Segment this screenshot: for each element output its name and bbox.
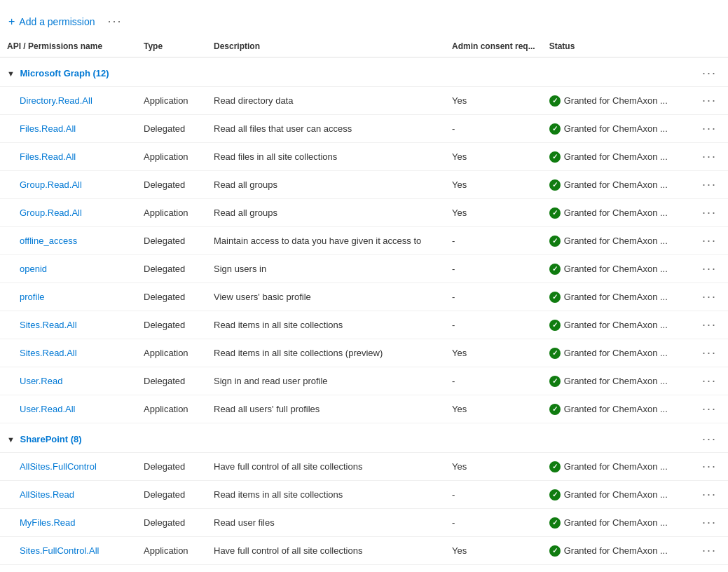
- permission-name-0-4[interactable]: Group.Read.All: [0, 199, 137, 227]
- permission-admin-consent-1-4: Yes: [445, 565, 542, 573]
- table-row: Sites.Read.All Application Read items in…: [0, 339, 728, 367]
- permission-link-0-2[interactable]: Files.Read.All: [20, 151, 76, 162]
- permission-link-0-7[interactable]: profile: [20, 292, 44, 302]
- permission-name-0-0[interactable]: Directory.Read.All: [0, 87, 137, 115]
- permission-ellipsis-button-0-5[interactable]: ···: [698, 232, 721, 250]
- permission-name-0-7[interactable]: profile: [0, 283, 137, 311]
- add-permission-button[interactable]: + Add a permission: [8, 15, 95, 28]
- permission-status-0-2: Granted for ChemAxon ...: [542, 143, 691, 171]
- permission-name-1-1[interactable]: AllSites.Read: [0, 481, 137, 509]
- group-actions-1: ···: [691, 423, 728, 453]
- permission-status-0-5: Granted for ChemAxon ...: [542, 227, 691, 255]
- col-header-status: Status: [542, 36, 691, 57]
- permission-name-0-11[interactable]: User.Read.All: [0, 395, 137, 423]
- group-ellipsis-button-0[interactable]: ···: [698, 64, 721, 82]
- permission-link-1-0[interactable]: AllSites.FullControl: [20, 461, 97, 472]
- permission-ellipsis-button-0-4[interactable]: ···: [698, 204, 721, 222]
- permission-name-1-0[interactable]: AllSites.FullControl: [0, 453, 137, 481]
- permission-type-1-3: Application: [137, 537, 207, 565]
- table-row: Sites.FullControl.All Application Have f…: [0, 537, 728, 565]
- permission-description-0-6: Sign users in: [207, 255, 445, 283]
- permission-name-0-9[interactable]: Sites.Read.All: [0, 339, 137, 367]
- permission-name-0-5[interactable]: offline_access: [0, 227, 137, 255]
- permission-type-1-0: Delegated: [137, 453, 207, 481]
- permission-link-0-3[interactable]: Group.Read.All: [20, 179, 82, 190]
- permission-ellipsis-button-0-10[interactable]: ···: [698, 372, 721, 390]
- granted-text-0-6: Granted for ChemAxon ...: [564, 264, 668, 274]
- table-row: Files.Read.All Delegated Read all files …: [0, 115, 728, 143]
- permission-type-0-4: Application: [137, 199, 207, 227]
- granted-check-icon-0-3: [549, 179, 561, 191]
- permission-link-1-1[interactable]: AllSites.Read: [20, 489, 74, 500]
- granted-check-icon-0-7: [549, 292, 561, 303]
- permission-ellipsis-button-1-0[interactable]: ···: [698, 458, 721, 475]
- permission-actions-1-1: ···: [691, 481, 728, 509]
- permission-link-0-8[interactable]: Sites.Read.All: [20, 320, 77, 330]
- group-label-1[interactable]: SharePoint (8): [20, 434, 82, 444]
- toolbar-ellipsis-button[interactable]: ···: [104, 13, 127, 30]
- permission-link-1-2[interactable]: MyFiles.Read: [20, 517, 75, 528]
- col-header-actions: [691, 36, 728, 57]
- permission-name-0-10[interactable]: User.Read: [0, 367, 137, 395]
- plus-icon: +: [8, 15, 15, 28]
- permission-link-0-6[interactable]: openid: [20, 264, 47, 274]
- permission-ellipsis-button-0-11[interactable]: ···: [698, 400, 721, 418]
- permissions-table: API / Permissions name Type Description …: [0, 36, 728, 572]
- group-title-0[interactable]: ▼ Microsoft Graph (12): [0, 57, 691, 87]
- granted-text-0-7: Granted for ChemAxon ...: [564, 292, 668, 302]
- permission-actions-1-0: ···: [691, 453, 728, 481]
- granted-check-icon-0-4: [549, 207, 561, 219]
- permission-ellipsis-button-0-1[interactable]: ···: [698, 120, 721, 137]
- permission-link-1-3[interactable]: Sites.FullControl.All: [20, 545, 99, 556]
- permission-ellipsis-button-0-3[interactable]: ···: [698, 176, 721, 193]
- table-body: ▼ Microsoft Graph (12) ··· Directory.Rea…: [0, 57, 728, 573]
- permission-name-0-2[interactable]: Files.Read.All: [0, 143, 137, 171]
- permission-ellipsis-button-1-1[interactable]: ···: [698, 486, 721, 503]
- granted-text-0-8: Granted for ChemAxon ...: [564, 320, 668, 330]
- permission-link-0-1[interactable]: Files.Read.All: [20, 123, 76, 134]
- table-row: AllSites.FullControl Delegated Have full…: [0, 453, 728, 481]
- permission-admin-consent-0-3: Yes: [445, 171, 542, 199]
- permission-link-0-11[interactable]: User.Read.All: [20, 404, 75, 414]
- permission-name-0-6[interactable]: openid: [0, 255, 137, 283]
- permission-description-1-3: Have full control of all site collection…: [207, 537, 445, 565]
- group-ellipsis-button-1[interactable]: ···: [698, 430, 721, 448]
- permission-status-0-9: Granted for ChemAxon ...: [542, 339, 691, 367]
- permission-actions-1-2: ···: [691, 509, 728, 537]
- permission-link-0-5[interactable]: offline_access: [20, 236, 77, 246]
- permission-name-0-8[interactable]: Sites.Read.All: [0, 311, 137, 339]
- toolbar: + Add a permission ···: [0, 7, 728, 36]
- permission-ellipsis-button-0-0[interactable]: ···: [698, 92, 721, 109]
- group-title-1[interactable]: ▼ SharePoint (8): [0, 423, 691, 453]
- permission-ellipsis-button-1-3[interactable]: ···: [698, 542, 721, 559]
- table-row: Sites.Read.All Application Read items in…: [0, 565, 728, 573]
- permission-name-0-3[interactable]: Group.Read.All: [0, 171, 137, 199]
- permission-actions-0-7: ···: [691, 283, 728, 311]
- table-header: API / Permissions name Type Description …: [0, 36, 728, 57]
- permission-ellipsis-button-1-2[interactable]: ···: [698, 514, 721, 531]
- granted-text-1-3: Granted for ChemAxon ...: [564, 545, 668, 556]
- permission-link-0-0[interactable]: Directory.Read.All: [20, 95, 92, 106]
- granted-text-1-1: Granted for ChemAxon ...: [564, 489, 668, 500]
- permission-link-0-4[interactable]: Group.Read.All: [20, 207, 82, 218]
- permission-admin-consent-1-3: Yes: [445, 537, 542, 565]
- permission-name-1-4[interactable]: Sites.Read.All: [0, 565, 137, 573]
- permission-link-0-10[interactable]: User.Read: [20, 376, 62, 386]
- permission-name-1-3[interactable]: Sites.FullControl.All: [0, 537, 137, 565]
- permission-name-0-1[interactable]: Files.Read.All: [0, 115, 137, 143]
- permission-ellipsis-button-0-8[interactable]: ···: [698, 316, 721, 334]
- permission-name-1-2[interactable]: MyFiles.Read: [0, 509, 137, 537]
- permission-ellipsis-button-0-7[interactable]: ···: [698, 288, 721, 306]
- permission-admin-consent-0-2: Yes: [445, 143, 542, 171]
- permission-actions-0-3: ···: [691, 171, 728, 199]
- granted-text-0-10: Granted for ChemAxon ...: [564, 376, 668, 386]
- permission-ellipsis-button-0-9[interactable]: ···: [698, 344, 721, 362]
- group-label-0[interactable]: Microsoft Graph (12): [20, 68, 109, 79]
- col-header-admin-consent: Admin consent req...: [445, 36, 542, 57]
- granted-text-0-4: Granted for ChemAxon ...: [564, 207, 668, 218]
- permission-ellipsis-button-0-6[interactable]: ···: [698, 260, 721, 278]
- group-actions-0: ···: [691, 57, 728, 87]
- permission-ellipsis-button-0-2[interactable]: ···: [698, 148, 721, 165]
- permission-link-0-9[interactable]: Sites.Read.All: [20, 348, 77, 358]
- permission-admin-consent-0-1: -: [445, 115, 542, 143]
